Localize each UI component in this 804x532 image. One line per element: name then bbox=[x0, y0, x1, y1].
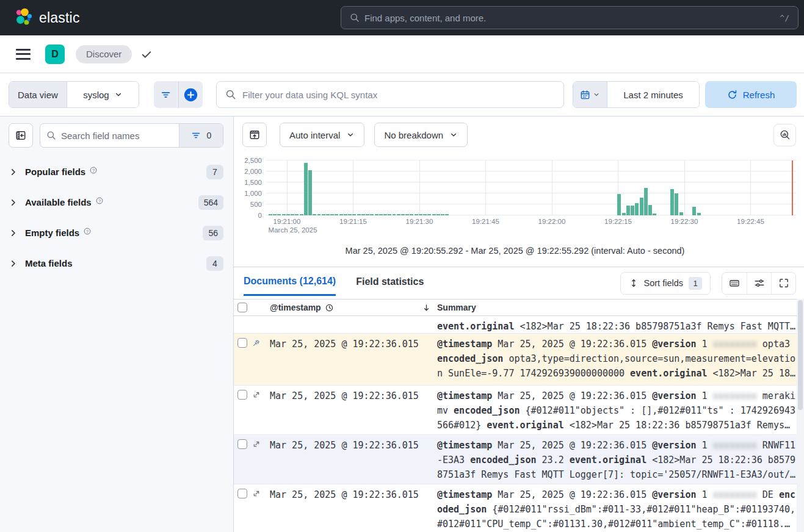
section-label: Popular fields bbox=[25, 167, 85, 177]
histogram-bar bbox=[670, 189, 674, 215]
field-search: Search field names 0 bbox=[40, 123, 223, 148]
chart-toolbar: Auto interval No breakdown bbox=[242, 123, 796, 147]
histogram-bar bbox=[291, 214, 294, 215]
data-view-value[interactable]: syslog bbox=[67, 82, 139, 107]
section-label: Meta fields bbox=[25, 258, 73, 268]
row-checkbox[interactable] bbox=[237, 390, 247, 400]
chevron-down-icon bbox=[449, 131, 458, 139]
sidebar-section-popular-fields[interactable]: Popular fields?7 bbox=[9, 164, 223, 180]
help-icon: ? bbox=[95, 196, 104, 205]
summary-cell: @timestamp Mar 25, 2025 @ 19:22:36.015 @… bbox=[437, 337, 797, 381]
sort-direction-icon[interactable] bbox=[422, 303, 431, 312]
timestamp-cell bbox=[270, 316, 437, 319]
histogram-bar bbox=[405, 214, 409, 215]
histogram-bar bbox=[348, 214, 352, 215]
fullscreen-icon[interactable] bbox=[771, 273, 795, 294]
search-icon bbox=[350, 13, 360, 23]
summary-cell: @timestamp Mar 25, 2025 @ 19:22:36.015 @… bbox=[437, 487, 797, 531]
table-row: Mar 25, 2025 @ 19:22:36.015@timestamp Ma… bbox=[234, 386, 797, 435]
histogram-bar bbox=[352, 214, 356, 215]
elastic-logo[interactable]: elastic bbox=[15, 8, 80, 27]
breadcrumb[interactable]: Discover bbox=[76, 45, 132, 63]
histogram-bar bbox=[339, 214, 343, 215]
menu-icon[interactable] bbox=[16, 49, 31, 60]
expand-row-icon[interactable] bbox=[252, 489, 261, 498]
histogram-bar bbox=[644, 188, 648, 215]
histogram-bar bbox=[277, 214, 281, 215]
expand-row-icon[interactable] bbox=[252, 440, 261, 448]
row-checkbox[interactable] bbox=[237, 439, 247, 449]
y-axis-label: 1,000 bbox=[244, 190, 262, 197]
sidebar-section-empty-fields[interactable]: Empty fields?56 bbox=[9, 225, 223, 241]
search-icon bbox=[46, 131, 56, 140]
summary-cell: @timestamp Mar 25, 2025 @ 19:22:36.015 @… bbox=[437, 389, 797, 433]
histogram-bar bbox=[445, 214, 449, 215]
section-count-badge: 56 bbox=[203, 226, 223, 240]
histogram-bar bbox=[648, 205, 652, 215]
tab-field-statistics[interactable]: Field statistics bbox=[356, 271, 424, 295]
select-all-checkbox[interactable] bbox=[237, 303, 247, 312]
filter-icon bbox=[191, 131, 201, 140]
y-gridline bbox=[266, 160, 796, 160]
collapse-sidebar-button[interactable] bbox=[9, 123, 33, 148]
redacted-text: xxxxxxxx bbox=[713, 339, 757, 350]
sidebar-section-available-fields[interactable]: Available fields?564 bbox=[9, 194, 223, 210]
content-area: Search field names 0 Popular fields?7Ava… bbox=[0, 117, 804, 532]
search-icon bbox=[225, 89, 236, 100]
tab-documents[interactable]: Documents (12,614) bbox=[244, 271, 336, 296]
row-checkbox[interactable] bbox=[237, 338, 247, 348]
sidebar-section-meta-fields[interactable]: Meta fields4 bbox=[9, 255, 223, 271]
refresh-button[interactable]: Refresh bbox=[705, 81, 797, 108]
histogram-bar bbox=[322, 214, 325, 215]
sort-fields-button[interactable]: Sort fields 1 bbox=[620, 272, 711, 295]
calendar-icon bbox=[580, 90, 590, 100]
histogram-bar bbox=[679, 212, 683, 215]
data-view-picker[interactable]: Data view syslog bbox=[9, 81, 139, 108]
field-search-input[interactable]: Search field names bbox=[40, 124, 179, 147]
svg-text:?: ? bbox=[86, 228, 89, 234]
histogram-bar bbox=[393, 214, 396, 215]
expand-row-icon[interactable] bbox=[252, 390, 261, 399]
x-axis-label: 19:22:45 bbox=[737, 218, 764, 225]
chevron-right-icon bbox=[9, 167, 18, 177]
row-checkbox[interactable] bbox=[237, 489, 247, 498]
y-gridline bbox=[266, 182, 796, 182]
calendar-dropdown-button[interactable] bbox=[573, 82, 607, 107]
interval-dropdown[interactable]: Auto interval bbox=[280, 123, 364, 147]
histogram-bar bbox=[631, 206, 634, 215]
histogram-bar bbox=[383, 214, 387, 215]
filter-icon[interactable] bbox=[154, 81, 178, 108]
histogram-bar bbox=[626, 206, 630, 215]
display-options-icon[interactable] bbox=[747, 273, 771, 294]
space-avatar[interactable]: D bbox=[45, 45, 65, 64]
summary-column-header[interactable]: Summary bbox=[437, 303, 797, 312]
x-gridline bbox=[750, 160, 751, 215]
check-icon[interactable] bbox=[140, 48, 153, 60]
section-count-badge: 4 bbox=[206, 256, 223, 271]
keyboard-icon[interactable] bbox=[722, 273, 747, 294]
add-filter-button[interactable] bbox=[178, 81, 203, 108]
x-axis-label: 19:21:30 bbox=[406, 218, 433, 225]
tabs-bar: Documents (12,614) Field statistics Sort… bbox=[244, 270, 796, 296]
filter-controls bbox=[154, 81, 203, 108]
x-gridline bbox=[552, 160, 552, 215]
timestamp-column-header[interactable]: @timestamp bbox=[270, 303, 321, 312]
field-filter-button[interactable]: 0 bbox=[179, 124, 223, 147]
hide-chart-button[interactable] bbox=[242, 123, 267, 147]
table-row: Mar 25, 2025 @ 19:22:36.015@timestamp Ma… bbox=[234, 334, 797, 386]
inspect-chart-button[interactable] bbox=[773, 124, 796, 146]
histogram-bar bbox=[415, 214, 418, 215]
redacted-text: xxxxxxxx bbox=[713, 390, 757, 401]
histogram-bar bbox=[330, 214, 334, 215]
breakdown-dropdown[interactable]: No breakdown bbox=[374, 123, 468, 147]
grid-scrollbar[interactable] bbox=[797, 299, 804, 532]
fields-sidebar: Search field names 0 Popular fields?7Ava… bbox=[0, 117, 234, 532]
svg-text:?: ? bbox=[98, 198, 101, 203]
histogram-chart: 05001,0001,5002,0002,500 19:21:00March 2… bbox=[234, 160, 796, 234]
global-search-input[interactable]: Find apps, content, and more. ^/ bbox=[341, 6, 799, 29]
discover-app: elastic Find apps, content, and more. ^/… bbox=[0, 0, 804, 532]
divider bbox=[234, 267, 804, 267]
kql-search-input[interactable]: Filter your data using KQL syntax bbox=[216, 81, 564, 108]
time-range-value[interactable]: Last 2 minutes bbox=[607, 82, 699, 107]
section-count-badge: 564 bbox=[198, 195, 223, 210]
